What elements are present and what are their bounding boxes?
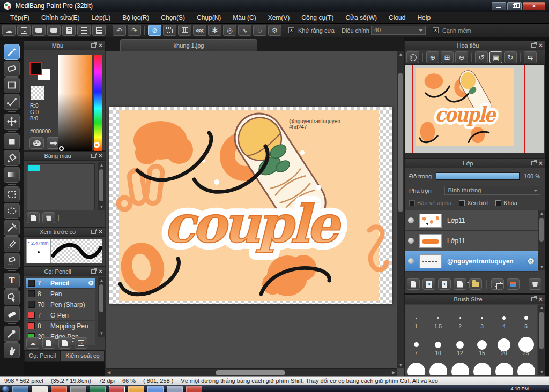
size-option[interactable]: 2 [449, 305, 471, 331]
opacity-slider[interactable] [436, 172, 520, 180]
scroll-down-icon[interactable]: ▼ [98, 330, 105, 337]
transparent-color-swatch[interactable] [31, 86, 44, 100]
zoom-out-button[interactable]: ⊖ [455, 51, 468, 63]
snap-settings-button[interactable]: ⚙ [268, 25, 281, 36]
new-layer-button[interactable] [407, 278, 420, 290]
brush-tool[interactable] [4, 44, 20, 60]
palette-swatch-area[interactable] [27, 163, 95, 210]
document-tab[interactable]: khung 1.jpg [120, 39, 257, 51]
add-layer-menu-button[interactable] [454, 278, 466, 290]
saturation-value-picker[interactable] [58, 55, 92, 152]
soft-eraser-tool[interactable] [4, 306, 20, 322]
size-option[interactable] [427, 358, 449, 375]
document-button[interactable] [62, 25, 76, 36]
size-option[interactable] [515, 358, 537, 375]
minimize-button[interactable] [492, 2, 506, 10]
add-brush-menu-button[interactable] [58, 337, 71, 349]
select-eraser-tool[interactable] [4, 253, 20, 269]
taskbar-app[interactable] [167, 386, 183, 392]
menu-edit[interactable]: Chỉnh sửa(E) [35, 12, 85, 23]
hue-slider[interactable] [94, 55, 102, 152]
popout-icon[interactable] [531, 161, 536, 165]
size-option[interactable]: 10 [427, 331, 449, 358]
taskbar-app[interactable] [147, 386, 164, 392]
brush-row-mapping-pen[interactable]: 8 Mapping Pen [26, 321, 95, 331]
clipping-checkbox[interactable] [459, 200, 465, 206]
lasso-tool[interactable] [4, 203, 20, 219]
clipping-group[interactable]: Xén bớt [459, 200, 488, 206]
menu-color[interactable]: Màu (C) [227, 12, 262, 23]
size-option[interactable]: 20 [493, 331, 515, 358]
snap-curve-button[interactable]: ∿ [238, 25, 251, 36]
taskbar-app[interactable] [51, 386, 67, 392]
soft-edge-checkbox[interactable]: × [433, 27, 439, 33]
size-option[interactable]: 7 [405, 331, 427, 358]
magic-wand-tool[interactable] [4, 220, 20, 236]
delete-layer-button[interactable] [529, 278, 541, 290]
snap-ellipse-button[interactable]: ◌ [253, 25, 266, 36]
tab-brush-control[interactable]: Kiểm soát cọ [61, 350, 105, 361]
taskbar-app[interactable] [70, 386, 86, 392]
eraser-tool[interactable] [4, 61, 20, 77]
new-1bit-layer-button[interactable]: 1 [438, 278, 451, 290]
popout-icon[interactable] [91, 154, 96, 158]
palette-dialog-button[interactable] [29, 137, 44, 149]
snap-concentric-button[interactable]: ◎ [223, 25, 236, 36]
size-option[interactable] [471, 358, 493, 375]
lock-checkbox[interactable] [495, 200, 501, 206]
brush-settings-gear-icon[interactable]: ⚙ [88, 280, 94, 287]
duplicate-layer-button[interactable] [491, 278, 504, 290]
hand-tool[interactable] [4, 342, 20, 358]
text-tool[interactable]: T [4, 273, 20, 289]
scroll-down-icon[interactable]: ▼ [397, 362, 404, 368]
scroll-up-icon[interactable]: ▲ [98, 277, 105, 284]
adjust-dropdown[interactable]: 40 [371, 26, 426, 35]
size-option[interactable]: 15 [471, 331, 493, 358]
size-option[interactable]: 25 [515, 331, 537, 358]
select-pen-tool[interactable] [4, 236, 20, 252]
canvas-workspace[interactable]: @nguyentrantuquyen #hd247 couple couple [105, 51, 404, 376]
taskbar-app[interactable] [90, 386, 106, 392]
brush-row-pencil[interactable]: 7 Pencil ⚙ [26, 278, 95, 289]
layer-visible-icon[interactable] [408, 238, 414, 244]
navigator-preview[interactable]: couple couple [405, 65, 544, 153]
taskbar-app[interactable] [12, 386, 28, 392]
shape-brush-tool[interactable] [4, 77, 20, 93]
download-brush-button[interactable]: ☁ [26, 337, 39, 349]
size-option[interactable]: 12 [449, 331, 471, 358]
fit-window-button[interactable]: ⊞ [441, 51, 454, 63]
canvas-document[interactable]: @nguyentrantuquyen #hd247 couple couple [109, 107, 392, 304]
menu-tools[interactable]: Công cụ(T) [295, 12, 339, 23]
menu-select[interactable]: Chọn(S) [155, 12, 191, 23]
menu-file[interactable]: Tệp(F) [4, 12, 35, 23]
palette-swatch[interactable] [28, 165, 34, 171]
shape-operate-tool[interactable] [4, 289, 20, 305]
flip-view-button[interactable]: ⇆ [524, 51, 537, 63]
snap-grid-button[interactable] [178, 25, 191, 36]
scroll-thumb[interactable] [99, 284, 103, 312]
popout-icon[interactable] [531, 297, 536, 301]
layer-row[interactable]: Lớp11 [405, 210, 538, 231]
background-color-swatch[interactable] [38, 69, 50, 80]
menu-window[interactable]: Cửa sổ(W) [339, 12, 383, 23]
upload-button[interactable] [17, 25, 31, 36]
undo-button[interactable]: ↶ [113, 25, 126, 36]
panel-close-icon[interactable]: × [99, 153, 102, 159]
antialias-checkbox[interactable]: × [288, 27, 294, 33]
scroll-up-icon[interactable]: ▲ [538, 305, 545, 311]
select-rect-tool[interactable] [4, 186, 20, 202]
snap-off-button[interactable]: ⊘ [148, 25, 161, 36]
taskbar-app[interactable] [186, 386, 202, 392]
brush-size-scrollbar[interactable]: ▲ ▼ [538, 305, 545, 375]
panel-close-icon[interactable]: × [539, 160, 543, 167]
size-option[interactable]: 5 [515, 305, 537, 331]
popout-icon[interactable] [91, 269, 96, 274]
layer-row-selected[interactable]: @nguyentrantuquyen ⚙ [405, 251, 538, 272]
comment-list-button[interactable] [47, 25, 61, 36]
history-button[interactable] [77, 25, 91, 36]
menu-layer[interactable]: Lớp(L) [85, 12, 116, 23]
menu-filter[interactable]: Bộ lọc(R) [116, 12, 155, 23]
new-folder-button[interactable] [469, 278, 482, 290]
layer-row[interactable]: Lớp11 [405, 231, 538, 251]
size-option[interactable]: 3 [471, 305, 493, 331]
